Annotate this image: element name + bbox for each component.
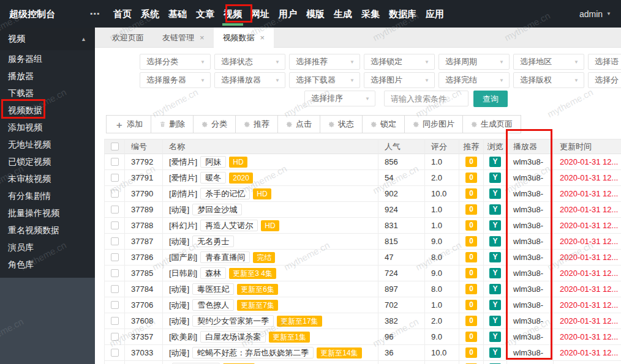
topnav-item-数据库[interactable]: 数据库: [389, 0, 416, 28]
browse-badge[interactable]: Y: [489, 204, 500, 215]
sidebar-group-video[interactable]: 视频 ▲: [0, 28, 95, 50]
topnav-item-采集[interactable]: 采集: [361, 0, 380, 28]
recommend-badge[interactable]: 0: [465, 252, 477, 262]
video-title[interactable]: 契约少女管家第一季: [192, 315, 274, 327]
topnav-item-网址[interactable]: 网址: [251, 0, 269, 28]
row-checkbox[interactable]: [111, 285, 119, 293]
video-title[interactable]: 蛇蝎不好惹：弃后也妖娆第二季: [192, 347, 314, 358]
row-checkbox[interactable]: [111, 317, 119, 325]
recommend-badge[interactable]: 0: [465, 204, 477, 215]
添加-button[interactable]: ＋添加: [106, 115, 151, 133]
more-icon[interactable]: ⋯: [86, 0, 104, 28]
filter-select-选择完结[interactable]: 选择完结▼: [438, 72, 510, 88]
topnav-item-视频[interactable]: 视频: [224, 0, 242, 28]
row-checkbox[interactable]: [111, 349, 119, 357]
topnav-item-文章[interactable]: 文章: [196, 0, 214, 28]
close-icon[interactable]: ×: [200, 33, 205, 42]
video-title[interactable]: 杀手的记忆: [200, 188, 250, 199]
query-button[interactable]: 查询: [473, 91, 508, 107]
sidebar-item-播放器[interactable]: 播放器: [0, 67, 95, 84]
row-checkbox[interactable]: [111, 237, 119, 245]
sidebar-item-未审核视频[interactable]: 未审核视频: [0, 170, 95, 187]
recommend-badge[interactable]: 0: [465, 284, 477, 294]
tab-友链管理[interactable]: 友链管理×: [153, 28, 214, 48]
row-checkbox[interactable]: [111, 333, 119, 341]
search-input[interactable]: [384, 91, 469, 106]
sidebar-item-下载器[interactable]: 下载器: [0, 84, 95, 102]
column-header-评分[interactable]: 评分: [425, 139, 459, 154]
browse-badge[interactable]: Y: [489, 316, 500, 326]
recommend-badge[interactable]: 0: [465, 157, 477, 167]
row-checkbox[interactable]: [111, 301, 119, 309]
video-title[interactable]: 阿妹: [200, 156, 226, 168]
user-menu[interactable]: admin ▼: [579, 0, 621, 28]
filter-select-选择锁定[interactable]: 选择锁定▼: [364, 54, 435, 70]
video-title[interactable]: 青春直播间: [200, 251, 250, 263]
sidebar-item-已锁定视频[interactable]: 已锁定视频: [0, 153, 95, 170]
filter-select-选择图片[interactable]: 选择图片▼: [364, 72, 435, 88]
recommend-badge[interactable]: 0: [465, 188, 477, 199]
browse-badge[interactable]: Y: [489, 236, 500, 247]
filter-select-选择语[interactable]: 选择语▼: [588, 54, 621, 70]
select-all-checkbox[interactable]: [111, 143, 119, 150]
recommend-badge[interactable]: 0: [465, 236, 477, 247]
分类-button[interactable]: 分类: [193, 115, 236, 133]
topnav-item-用户[interactable]: 用户: [279, 0, 297, 28]
close-icon[interactable]: ×: [260, 33, 265, 42]
sidebar-item-有分集剧情[interactable]: 有分集剧情: [0, 187, 95, 204]
topnav-item-首页[interactable]: 首页: [113, 0, 132, 28]
column-header-更新时间[interactable]: 更新时间: [554, 139, 621, 154]
browse-badge[interactable]: Y: [489, 252, 500, 262]
topnav-item-模版[interactable]: 模版: [306, 0, 325, 28]
browse-badge[interactable]: Y: [489, 284, 500, 294]
sidebar-item-批量操作视频[interactable]: 批量操作视频: [0, 204, 95, 221]
browse-badge[interactable]: Y: [489, 347, 500, 358]
filter-select-选择播放器[interactable]: 选择播放器▼: [214, 72, 285, 88]
recommend-badge[interactable]: 0: [465, 332, 477, 342]
recommend-badge[interactable]: 0: [465, 347, 477, 358]
column-header-播放器[interactable]: 播放器: [507, 139, 554, 154]
sidebar-item-添加视频[interactable]: 添加视频: [0, 119, 95, 136]
video-title[interactable]: 毒医狂妃: [192, 283, 234, 295]
browse-badge[interactable]: Y: [489, 188, 500, 199]
video-title[interactable]: 森林: [200, 267, 226, 279]
锁定-button[interactable]: 锁定: [362, 115, 405, 133]
video-title[interactable]: 梦回金沙城: [192, 204, 242, 215]
topnav-item-应用[interactable]: 应用: [426, 0, 444, 28]
video-title[interactable]: 无名勇士: [192, 236, 234, 247]
生成页面-button[interactable]: 生成页面: [462, 115, 521, 133]
filter-select-选择服务器[interactable]: 选择服务器▼: [140, 72, 211, 88]
sort-select[interactable]: 选择排序 ▼: [304, 91, 375, 106]
filter-select-选择分[interactable]: 选择分▼: [588, 72, 621, 88]
topnav-item-系统[interactable]: 系统: [141, 0, 159, 28]
topnav-item-生成[interactable]: 生成: [334, 0, 352, 28]
column-header-推荐[interactable]: 推荐: [459, 139, 484, 154]
filter-select-选择推荐[interactable]: 选择推荐▼: [289, 54, 360, 70]
recommend-badge[interactable]: 0: [465, 173, 477, 183]
column-header-浏览[interactable]: 浏览: [484, 139, 507, 154]
row-checkbox[interactable]: [111, 158, 119, 166]
browse-badge[interactable]: Y: [489, 332, 500, 342]
sidebar-item-视频数据[interactable]: 视频数据: [0, 102, 95, 119]
video-title[interactable]: 暖冬: [200, 172, 226, 184]
row-checkbox[interactable]: [111, 253, 119, 261]
sidebar-item-重名视频数据[interactable]: 重名视频数据: [0, 221, 95, 239]
删除-button[interactable]: 删除: [151, 115, 194, 133]
browse-badge[interactable]: Y: [489, 157, 500, 167]
row-checkbox[interactable]: [111, 269, 119, 277]
同步图片-button[interactable]: 同步图片: [404, 115, 463, 133]
sidebar-item-角色库[interactable]: 角色库: [0, 256, 95, 273]
filter-select-选择状态[interactable]: 选择状态▼: [214, 54, 285, 70]
recommend-badge[interactable]: 0: [465, 220, 477, 231]
recommend-badge[interactable]: 0: [465, 300, 477, 310]
recommend-badge[interactable]: 0: [465, 316, 477, 326]
video-title[interactable]: 雪色撩人: [192, 299, 234, 311]
row-checkbox[interactable]: [111, 190, 119, 198]
video-title[interactable]: 白屋农场谋杀案: [200, 331, 266, 343]
filter-select-选择版权[interactable]: 选择版权▼: [513, 72, 584, 88]
browse-badge[interactable]: Y: [489, 300, 500, 310]
状态-button[interactable]: 状态: [320, 115, 363, 133]
sidebar-item-服务器组[interactable]: 服务器组: [0, 50, 95, 67]
browse-badge[interactable]: Y: [489, 268, 500, 278]
filter-select-选择下载器[interactable]: 选择下载器▼: [289, 72, 360, 88]
